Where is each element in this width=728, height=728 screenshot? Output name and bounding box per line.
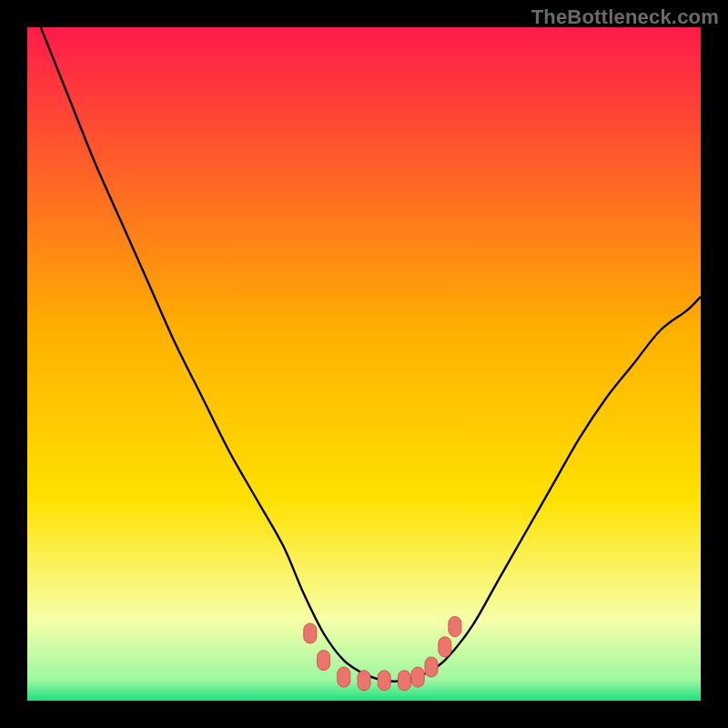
chart-svg [27,27,701,701]
curve-marker [449,617,461,637]
attribution-label: TheBottleneck.com [531,5,719,29]
curve-marker [425,657,438,677]
curve-marker [378,671,390,691]
outer-frame: TheBottleneck.com [0,0,728,728]
curve-marker [439,637,451,657]
plot-area [27,27,701,701]
curve-marker [318,651,330,671]
curve-marker [338,667,350,687]
curve-marker [411,667,424,687]
gradient-background [27,27,701,701]
curve-marker [304,623,317,643]
curve-marker [358,671,370,691]
curve-marker [398,671,410,691]
